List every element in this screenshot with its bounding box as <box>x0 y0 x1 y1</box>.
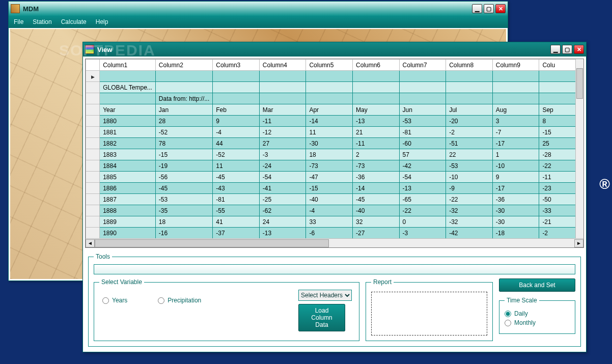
cell[interactable]: -14 <box>353 183 400 194</box>
cell[interactable]: 57 <box>399 149 446 160</box>
cell[interactable]: -54 <box>259 172 306 183</box>
cell[interactable] <box>446 93 493 104</box>
cell[interactable]: -42 <box>446 228 493 239</box>
cell[interactable]: -11 <box>353 138 400 149</box>
menu-calculate[interactable]: Calculate <box>61 18 87 25</box>
cell[interactable]: -11 <box>259 116 306 127</box>
column-header[interactable]: Column5 <box>306 60 353 71</box>
cell[interactable]: -17 <box>492 183 539 194</box>
cell[interactable]: 1881 <box>100 127 156 138</box>
cell[interactable]: -19 <box>155 160 212 172</box>
cell[interactable]: -53 <box>155 194 212 205</box>
scroll-left-button[interactable]: ◄ <box>86 239 95 247</box>
cell[interactable]: 11 <box>213 160 260 172</box>
horizontal-scrollbar[interactable]: ◄ ► <box>86 238 583 247</box>
column-header[interactable]: Column8 <box>446 60 493 71</box>
table-row[interactable]: 188918412433320-32-30-21 <box>86 216 583 228</box>
column-header[interactable]: Column4 <box>259 60 306 71</box>
cell[interactable]: -60 <box>399 138 446 149</box>
cell[interactable]: 3 <box>492 116 539 127</box>
cell[interactable]: -30 <box>492 216 539 228</box>
cell[interactable]: -13 <box>259 228 306 239</box>
cell[interactable] <box>155 82 212 93</box>
select-headers-dropdown[interactable]: Select Headers <box>298 290 352 301</box>
cell[interactable]: 1884 <box>100 160 156 172</box>
menu-file[interactable]: File <box>14 18 23 25</box>
cell[interactable] <box>213 71 260 82</box>
cell[interactable]: Feb <box>213 104 260 116</box>
cell[interactable]: 41 <box>213 216 260 228</box>
cell[interactable]: -13 <box>399 183 446 194</box>
cell[interactable]: 24 <box>259 216 306 228</box>
cell[interactable] <box>446 82 493 93</box>
cell[interactable] <box>399 71 446 82</box>
cell[interactable]: 28 <box>155 116 212 127</box>
cell[interactable]: -10 <box>446 172 493 183</box>
cell[interactable]: -62 <box>259 205 306 216</box>
cell[interactable] <box>492 82 539 93</box>
cell[interactable]: Year <box>100 104 156 116</box>
titlebar-view[interactable]: View ▁ ▢ ✕ <box>83 42 586 57</box>
radio-precipitation[interactable]: Precipitation <box>158 297 201 304</box>
cell[interactable] <box>399 93 446 104</box>
cell[interactable] <box>306 93 353 104</box>
cell[interactable]: -30 <box>492 205 539 216</box>
vertical-scrollbar[interactable] <box>575 59 583 238</box>
cell[interactable]: 18 <box>155 216 212 228</box>
minimize-button[interactable]: ▁ <box>550 45 561 54</box>
cell[interactable]: 1888 <box>100 205 156 216</box>
cell[interactable]: Apr <box>306 104 353 116</box>
cell[interactable]: -52 <box>213 149 260 160</box>
cell[interactable]: 1890 <box>100 228 156 239</box>
cell[interactable]: -36 <box>353 172 400 183</box>
cell[interactable] <box>399 82 446 93</box>
cell[interactable]: -42 <box>399 160 446 172</box>
cell[interactable]: -32 <box>446 205 493 216</box>
cell[interactable]: -7 <box>492 127 539 138</box>
table-row[interactable]: 1886-45-43-41-15-14-13-9-17-23 <box>86 183 583 194</box>
tools-input[interactable] <box>94 264 575 274</box>
cell[interactable]: 1886 <box>100 183 156 194</box>
cell[interactable]: 78 <box>155 138 212 149</box>
cell[interactable]: 0 <box>399 216 446 228</box>
cell[interactable]: -53 <box>446 160 493 172</box>
scroll-right-button[interactable]: ► <box>574 239 583 247</box>
cell[interactable]: 1882 <box>100 138 156 149</box>
cell[interactable]: -45 <box>155 183 212 194</box>
table-row[interactable]: YearJanFebMarAprMayJunJulAugSep <box>86 104 583 116</box>
cell[interactable]: Jan <box>155 104 212 116</box>
cell[interactable]: 1 <box>492 149 539 160</box>
cell[interactable]: 1883 <box>100 149 156 160</box>
table-row[interactable]: GLOBAL Tempe... <box>86 82 583 93</box>
cell[interactable] <box>353 93 400 104</box>
cell[interactable]: Jul <box>446 104 493 116</box>
cell[interactable]: -4 <box>306 205 353 216</box>
cell[interactable]: 1887 <box>100 194 156 205</box>
cell[interactable]: -43 <box>213 183 260 194</box>
cell[interactable]: -12 <box>259 127 306 138</box>
table-row[interactable]: 1885-56-45-54-47-36-54-109-11 <box>86 172 583 183</box>
maximize-button[interactable]: ▢ <box>562 45 572 54</box>
cell[interactable]: 2 <box>353 149 400 160</box>
cell[interactable]: 33 <box>306 216 353 228</box>
cell[interactable] <box>213 93 260 104</box>
cell[interactable]: -41 <box>259 183 306 194</box>
cell[interactable]: -40 <box>306 194 353 205</box>
cell[interactable]: -55 <box>213 205 260 216</box>
cell[interactable]: Data from: http://... <box>155 93 212 104</box>
table-row[interactable]: 1882784427-30-11-60-51-1725 <box>86 138 583 149</box>
cell[interactable]: 18 <box>306 149 353 160</box>
cell[interactable]: -10 <box>492 160 539 172</box>
cell[interactable]: -56 <box>155 172 212 183</box>
cell[interactable]: -73 <box>353 160 400 172</box>
cell[interactable]: -22 <box>446 194 493 205</box>
cell[interactable]: -16 <box>155 228 212 239</box>
cell[interactable]: -6 <box>306 228 353 239</box>
cell[interactable]: -9 <box>446 183 493 194</box>
maximize-button[interactable]: ▢ <box>484 4 494 13</box>
cell[interactable]: 32 <box>353 216 400 228</box>
cell[interactable] <box>213 82 260 93</box>
cell[interactable]: -47 <box>306 172 353 183</box>
radio-years[interactable]: Years <box>102 297 127 304</box>
cell[interactable]: -53 <box>399 116 446 127</box>
